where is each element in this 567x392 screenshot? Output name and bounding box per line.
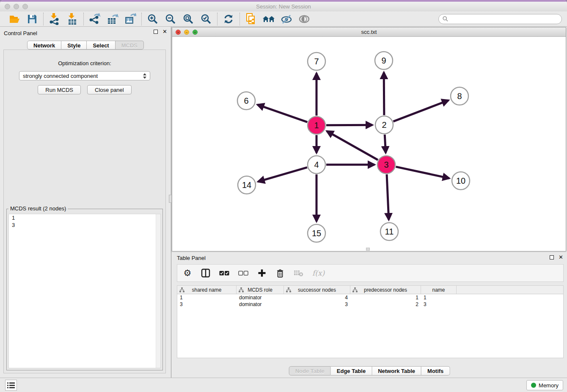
export-network-button[interactable]	[88, 13, 101, 25]
network-zoom-button[interactable]	[193, 30, 198, 35]
minimize-window-button[interactable]	[14, 4, 19, 9]
select-all-rows-button[interactable]	[219, 268, 229, 278]
tab-mcds[interactable]: MCDS	[116, 41, 144, 50]
search-input[interactable]	[451, 15, 558, 22]
zoom-fit-content-button[interactable]	[182, 13, 195, 25]
save-session-button[interactable]	[26, 13, 39, 25]
tab-select[interactable]: Select	[87, 41, 115, 50]
float-panel-icon[interactable]	[550, 255, 554, 259]
criterion-value: strongly connected component	[23, 73, 98, 79]
import-network-button[interactable]	[48, 13, 61, 25]
table-row[interactable]: 3dominator323	[177, 301, 563, 308]
tab-node-table[interactable]: Node Table	[289, 366, 331, 375]
control-panel-tabs: NetworkStyleSelectMCDS	[27, 41, 144, 50]
create-column-button[interactable]	[257, 268, 267, 278]
node-label-8: 8	[457, 91, 462, 101]
edge-4-to-14[interactable]	[258, 167, 307, 182]
close-panel-button[interactable]: Close panel	[87, 85, 132, 94]
open-file-button[interactable]	[8, 13, 21, 25]
column-header-predecessor-nodes[interactable]: predecessor nodes	[350, 286, 421, 294]
vertical-split-handle[interactable]	[169, 195, 172, 203]
search-field[interactable]	[438, 14, 562, 24]
show-all-button[interactable]	[298, 13, 311, 25]
table-cell[interactable]: 3	[177, 301, 237, 308]
delete-table-icon	[294, 270, 303, 277]
table-cell[interactable]: 3	[421, 301, 457, 308]
zoom-selected-button[interactable]	[200, 13, 212, 25]
table-panel-tabs: Node TableEdge TableNetwork TableMotifs	[289, 366, 450, 375]
export-image-button[interactable]	[124, 13, 137, 25]
window-controls	[5, 4, 28, 9]
task-history-button[interactable]	[5, 380, 17, 391]
tab-style[interactable]: Style	[61, 41, 87, 50]
network-minimize-button[interactable]	[184, 30, 189, 35]
node-label-10: 10	[456, 176, 465, 185]
node-label-1: 1	[314, 121, 319, 130]
edge-3-to-1[interactable]	[327, 131, 378, 160]
tab-edge-table[interactable]: Edge Table	[331, 366, 372, 375]
edge-3-to-10[interactable]	[396, 167, 449, 178]
network-canvas[interactable]: 7968124314101511	[172, 37, 566, 251]
zoom-out-button[interactable]	[164, 13, 177, 25]
show-columns-button[interactable]	[201, 268, 210, 278]
node-label-15: 15	[312, 229, 321, 238]
tab-network[interactable]: Network	[27, 41, 61, 50]
edge-2-to-8[interactable]	[393, 100, 448, 121]
network-graph: 7968124314101511	[172, 37, 566, 251]
split-pane-handle[interactable]	[366, 248, 370, 251]
column-header-name[interactable]: name	[421, 286, 457, 294]
tab-motifs[interactable]: Motifs	[421, 366, 450, 375]
delete-table-button[interactable]	[294, 268, 303, 278]
tab-network-table[interactable]: Network Table	[372, 366, 421, 375]
result-scrollbar[interactable]	[156, 214, 160, 368]
run-mcds-button[interactable]: Run MCDS	[38, 85, 81, 94]
deselect-all-rows-button[interactable]	[238, 268, 248, 278]
gear-icon	[184, 268, 192, 278]
close-window-button[interactable]	[5, 4, 10, 9]
zoom-in-button[interactable]	[146, 13, 159, 25]
close-panel-icon[interactable]	[162, 29, 167, 34]
hierarchy-icon	[179, 287, 184, 293]
table-settings-button[interactable]	[183, 268, 192, 278]
clone-network-button[interactable]	[245, 13, 257, 25]
table-cell[interactable]: 2	[350, 301, 421, 308]
table-row[interactable]: 1dominator411	[177, 294, 563, 301]
table-cell[interactable]: 3	[284, 301, 350, 308]
column-header-successor-nodes[interactable]: successor nodes	[284, 286, 350, 294]
import-table-button[interactable]	[66, 13, 79, 25]
node-label-2: 2	[382, 120, 386, 130]
function-builder-button[interactable]: f(x)	[312, 268, 325, 278]
hide-selected-button[interactable]	[280, 13, 293, 25]
network-close-button[interactable]	[176, 30, 181, 35]
float-panel-icon[interactable]	[154, 30, 158, 34]
deselect-all-icon	[238, 271, 248, 276]
column-header-MCDS-role[interactable]: MCDS role	[237, 286, 284, 294]
table-cell[interactable]: dominator	[237, 301, 284, 308]
criterion-dropdown[interactable]: strongly connected component	[19, 71, 150, 80]
edge-2-to-9[interactable]	[384, 72, 384, 115]
table-cell[interactable]: 1	[177, 294, 237, 301]
edge-3-to-11[interactable]	[387, 174, 389, 220]
mcds-result-list: 13	[8, 214, 161, 368]
close-panel-icon[interactable]	[559, 255, 563, 259]
table-cell[interactable]: 4	[284, 294, 350, 301]
memory-button[interactable]: Memory	[526, 380, 563, 390]
search-icon	[443, 16, 448, 22]
table-cell[interactable]: dominator	[237, 294, 284, 301]
zoom-window-button[interactable]	[22, 4, 28, 9]
table-cell[interactable]: 1	[350, 294, 421, 301]
apply-layout-button[interactable]	[222, 13, 235, 25]
eye-slash-icon	[281, 14, 292, 25]
export-table-button[interactable]	[106, 13, 119, 25]
column-header-shared-name[interactable]: shared name	[177, 286, 237, 294]
edge-2-to-3[interactable]	[385, 135, 385, 153]
result-node-id: 3	[9, 221, 160, 229]
fx-icon: f(x)	[312, 269, 325, 277]
edge-1-to-6[interactable]	[257, 105, 307, 122]
first-neighbors-button[interactable]	[262, 13, 275, 25]
memory-label: Memory	[539, 382, 559, 389]
edge-1-to-2[interactable]	[326, 125, 372, 125]
table-cell[interactable]: 1	[421, 294, 457, 301]
export-image-icon	[124, 13, 136, 25]
delete-column-button[interactable]	[275, 268, 285, 278]
